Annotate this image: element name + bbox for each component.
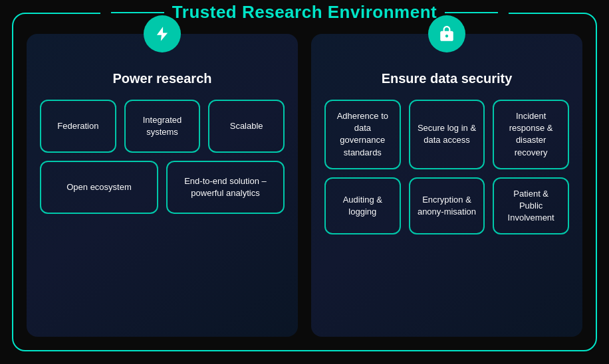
card-auditing: Auditing & logging [324,177,401,235]
card-end-to-end: End-to-end solution – powerful analytics [166,161,285,214]
card-adherence: Adherence to data governance standards [324,100,401,169]
card-secure-login: Secure log in & data access [409,100,485,169]
card-scalable: Scalable [208,100,285,153]
title-line-left [111,12,164,13]
lightning-icon [144,15,181,52]
right-panel-grid: Adherence to data governance standards S… [324,100,569,234]
right-panel-title: Ensure data security [382,71,513,86]
title-line-right [445,12,498,13]
page-title: Trusted Research Environment [172,2,437,23]
card-patient-involvement: Patient & Public Involvement [493,177,569,235]
right-row2: Auditing & logging Encryption & anony-mi… [324,177,569,235]
card-open-ecosystem: Open ecosystem [40,161,158,214]
panels-row: Power research Federation Integrated sys… [27,34,582,337]
card-incident-response: Incident response & disaster recovery [493,100,569,169]
right-panel: Ensure data security Adherence to data g… [311,34,582,337]
main-container: Trusted Research Environment Power resea… [12,13,597,351]
card-encryption: Encryption & anony-misation [409,177,485,235]
right-row1: Adherence to data governance standards S… [324,100,569,169]
lock-icon [428,15,465,52]
left-panel-title: Power research [113,71,212,86]
card-federation: Federation [40,100,116,153]
left-panel: Power research Federation Integrated sys… [27,34,298,337]
left-row1: Federation Integrated systems Scalable [40,100,285,153]
left-panel-grid: Federation Integrated systems Scalable O… [40,100,285,214]
left-row2: Open ecosystem End-to-end solution – pow… [40,161,285,214]
card-integrated-systems: Integrated systems [124,100,201,153]
